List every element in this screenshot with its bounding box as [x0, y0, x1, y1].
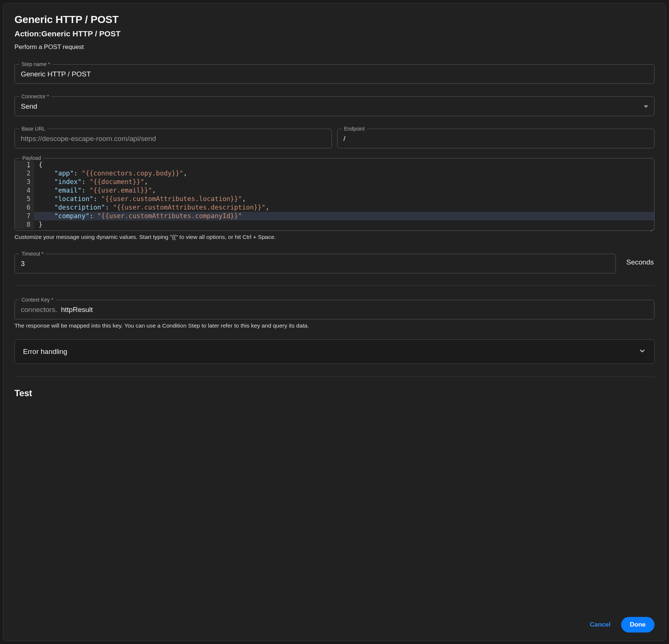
- base-url-input: [15, 132, 332, 148]
- subtitle-prefix: Action:: [14, 29, 41, 38]
- subtitle-action: Generic HTTP / POST: [41, 29, 120, 38]
- endpoint-field: Endpoint: [337, 126, 655, 148]
- context-key-label: Context Key *: [19, 297, 56, 303]
- code-line[interactable]: "location": "{{user.customAttributes.loc…: [39, 195, 652, 203]
- dialog-footer: Cancel Done: [14, 608, 655, 632]
- error-handling-accordion[interactable]: Error handling: [14, 339, 655, 364]
- fold-caret-icon[interactable]: ▾: [27, 163, 30, 171]
- payload-helper: Customize your message using dynamic val…: [14, 234, 655, 240]
- timeout-label: Timeout *: [19, 251, 46, 257]
- step-name-field: Step name *: [14, 61, 655, 84]
- code-line[interactable]: "company": "{{user.customAttributes.comp…: [39, 212, 652, 220]
- code-line[interactable]: "email": "{{user.email}}",: [39, 186, 652, 195]
- step-name-input[interactable]: [15, 67, 654, 83]
- code-line[interactable]: {: [39, 161, 652, 169]
- payload-field: Payload ▾ 12345678 { "app": "{{connector…: [14, 158, 655, 231]
- code-line[interactable]: }: [39, 220, 652, 229]
- context-key-input[interactable]: [61, 306, 648, 314]
- context-key-prefix: connectors.: [21, 306, 57, 314]
- resize-handle-icon[interactable]: [649, 225, 653, 230]
- context-key-helper: The response will be mapped into this ke…: [14, 322, 655, 329]
- context-key-field: Context Key * connectors.: [14, 297, 655, 319]
- payload-gutter: ▾ 12345678: [15, 161, 34, 229]
- code-line[interactable]: "index": "{{document}}",: [39, 178, 652, 186]
- test-section-title: Test: [14, 388, 655, 398]
- code-line[interactable]: "description": "{{user.customAttributes.…: [39, 203, 652, 212]
- payload-editor[interactable]: ▾ 12345678 { "app": "{{connectors.copy.b…: [15, 158, 654, 230]
- connector-select[interactable]: Send: [15, 99, 654, 116]
- timeout-unit: Seconds: [626, 258, 655, 266]
- chevron-down-icon: [644, 105, 648, 108]
- base-url-field: Base URL: [14, 126, 332, 148]
- endpoint-input[interactable]: [337, 132, 654, 148]
- chevron-down-icon: [639, 347, 646, 356]
- base-url-label: Base URL: [19, 126, 48, 132]
- payload-label: Payload: [20, 155, 43, 161]
- dialog-subtitle: Action:Generic HTTP / POST: [14, 29, 655, 38]
- code-line[interactable]: "app": "{{connectors.copy.body}}",: [39, 169, 652, 178]
- payload-body[interactable]: { "app": "{{connectors.copy.body}}", "in…: [34, 161, 654, 229]
- done-button[interactable]: Done: [621, 617, 655, 632]
- divider: [14, 377, 655, 377]
- timeout-input[interactable]: [15, 257, 616, 273]
- connector-field: Connector * Send: [14, 93, 655, 116]
- error-handling-label: Error handling: [23, 348, 67, 356]
- cancel-button[interactable]: Cancel: [590, 621, 611, 628]
- connector-value: Send: [21, 102, 37, 111]
- endpoint-label: Endpoint: [342, 126, 367, 132]
- timeout-field: Timeout *: [14, 251, 616, 273]
- divider: [14, 285, 655, 286]
- dialog-title: Generic HTTP / POST: [14, 14, 655, 26]
- http-post-config-dialog: Generic HTTP / POST Action:Generic HTTP …: [3, 3, 666, 641]
- step-name-label: Step name *: [19, 61, 52, 67]
- connector-label: Connector *: [19, 93, 51, 99]
- dialog-description: Perform a POST request: [14, 43, 655, 51]
